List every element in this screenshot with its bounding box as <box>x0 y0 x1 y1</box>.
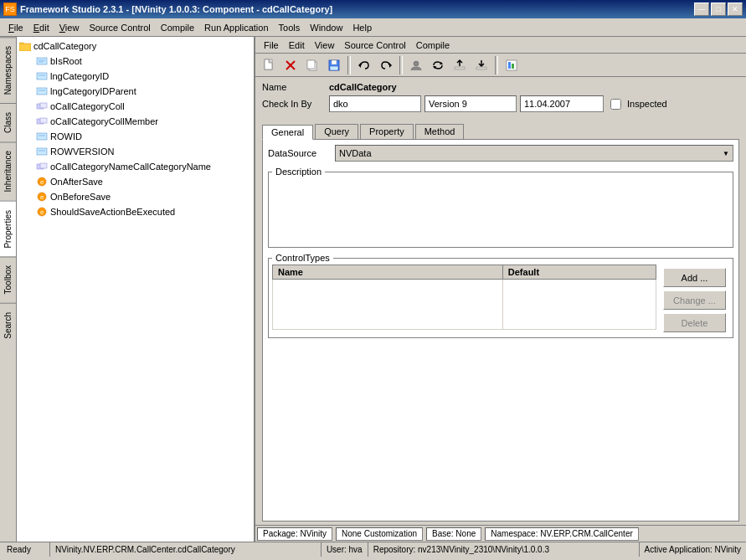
toolbar-upload-btn[interactable] <box>450 56 470 74</box>
tree-label: ROWID <box>50 131 82 141</box>
component-icon <box>35 100 49 113</box>
event-icon: e <box>35 205 49 218</box>
inner-menu-source-control[interactable]: Source Control <box>339 39 410 51</box>
tab-class[interactable]: Class <box>0 103 16 141</box>
tree-item-ocallcategorycoll[interactable]: oCallCategoryColl <box>18 99 252 114</box>
toolbar-download-btn[interactable] <box>471 56 491 74</box>
inner-menu-view[interactable]: View <box>310 39 340 51</box>
component-icon <box>35 160 49 173</box>
field-icon <box>35 54 49 68</box>
toolbar-new-btn[interactable] <box>259 56 279 74</box>
tree-item-lngcategoryid[interactable]: lngCategoryID <box>18 69 252 84</box>
table-row-empty <box>273 280 656 330</box>
menu-file[interactable]: File <box>3 21 28 34</box>
tab-toolbox[interactable]: Toolbox <box>0 256 16 302</box>
inner-menu-edit[interactable]: Edit <box>284 39 310 51</box>
tree-label: oCallCategoryCollMember <box>50 116 158 126</box>
title-bar: FS Framework Studio 2.3.1 - [NVinity 1.0… <box>0 0 746 18</box>
tree-item-onbeforesave[interactable]: e OnBeforeSave <box>18 189 252 204</box>
svg-rect-37 <box>455 67 465 69</box>
field-icon <box>35 85 49 98</box>
tab-properties[interactable]: Properties <box>0 201 16 257</box>
tree-item-lngcategoryidparent[interactable]: lngCategoryIDParent <box>18 84 252 99</box>
tab-query[interactable]: Query <box>315 124 358 139</box>
change-button[interactable]: Change ... <box>663 290 726 310</box>
toolbar-save-btn[interactable] <box>324 56 344 74</box>
right-pane: File Edit View Source Control Compile <box>255 37 746 542</box>
menu-source-control[interactable]: Source Control <box>84 21 155 34</box>
menu-tools[interactable]: Tools <box>274 21 306 34</box>
maximize-button[interactable]: □ <box>711 3 726 16</box>
inspected-label: Inspected <box>627 99 667 109</box>
tab-search[interactable]: Search <box>0 303 16 347</box>
delete-button[interactable]: Delete <box>663 313 726 332</box>
checkin-row: Check In By Inspected <box>262 95 739 112</box>
tab-method[interactable]: Method <box>415 124 465 139</box>
tree-label: lngCategoryIDParent <box>50 86 136 96</box>
menu-window[interactable]: Window <box>305 21 347 34</box>
version-input[interactable] <box>424 95 517 112</box>
toolbar-redo-btn[interactable] <box>376 56 396 74</box>
tree-item-onaftersave[interactable]: e OnAfterSave <box>18 174 252 189</box>
tab-property[interactable]: Property <box>360 124 414 139</box>
user-segment: User: hva <box>322 542 368 557</box>
toolbar <box>255 54 746 77</box>
inner-menu-bar: File Edit View Source Control Compile <box>255 37 746 54</box>
tree-item-ocallcategorycollmember[interactable]: oCallCategoryCollMember <box>18 114 252 129</box>
sidebar-tabs: Namespaces Class Inheritance Properties … <box>0 37 17 542</box>
title-text: Framework Studio 2.3.1 - [NVinity 1.0.0.… <box>20 4 332 14</box>
tree-label: oCallCategoryNameCallCategoryName <box>50 162 211 172</box>
tab-namespaces[interactable]: Namespaces <box>0 37 16 103</box>
svg-point-34 <box>414 61 419 66</box>
svg-text:e: e <box>40 193 44 201</box>
tree-panel: cdCallCategory bIsRoot lngCategoryID lng… <box>17 37 255 542</box>
datasource-select[interactable]: NVData ▼ <box>335 145 733 162</box>
tab-bar: General Query Property Method <box>262 124 739 139</box>
description-area[interactable] <box>272 178 729 245</box>
controltypes-legend: ControlTypes <box>272 253 333 263</box>
inspected-checkbox[interactable] <box>610 99 621 110</box>
svg-rect-6 <box>37 88 47 95</box>
svg-rect-30 <box>332 60 337 64</box>
tree-item-cdcallcategory[interactable]: cdCallCategory <box>18 39 252 54</box>
svg-marker-33 <box>389 63 392 68</box>
tab-general[interactable]: General <box>262 125 313 140</box>
svg-rect-4 <box>37 73 47 80</box>
menu-view[interactable]: View <box>54 21 85 34</box>
date-input[interactable] <box>520 95 604 112</box>
tree-item-rowid[interactable]: ROWID <box>18 129 252 144</box>
toolbar-report-btn[interactable] <box>502 56 522 74</box>
svg-rect-40 <box>508 62 511 69</box>
side-buttons: Add ... Change ... Delete <box>660 265 729 336</box>
toolbar-delete-btn[interactable] <box>280 56 301 74</box>
field-icon <box>35 130 49 143</box>
status-bar: Package: NVinity None Customization Base… <box>255 525 746 542</box>
menu-edit[interactable]: Edit <box>28 21 54 34</box>
toolbar-refresh-btn[interactable] <box>428 56 448 74</box>
inner-menu-compile[interactable]: Compile <box>411 39 455 51</box>
inner-menu-file[interactable]: File <box>259 39 284 51</box>
tree-item-rowversion[interactable]: ROWVERSION <box>18 144 252 159</box>
add-button[interactable]: Add ... <box>663 268 726 287</box>
toolbar-undo-btn[interactable] <box>354 56 374 74</box>
close-button[interactable]: ✕ <box>728 3 743 16</box>
menu-run-application[interactable]: Run Application <box>199 21 273 34</box>
toolbar-copy-btn[interactable] <box>302 56 322 74</box>
minimize-button[interactable]: — <box>694 3 709 16</box>
tree-item-shouldsaveactionbeexecuted[interactable]: e ShouldSaveActionBeExecuted <box>18 204 252 219</box>
menu-compile[interactable]: Compile <box>156 21 199 34</box>
tree-label: cdCallCategory <box>33 41 96 51</box>
component-segment: NVinity.NV.ERP.CRM.CallCenter.cdCallCate… <box>50 542 322 557</box>
menu-help[interactable]: Help <box>347 21 377 34</box>
toolbar-separator-3 <box>495 56 498 74</box>
checkin-input[interactable] <box>329 95 421 112</box>
tree-item-ocallcategorynamecallcategoryname[interactable]: oCallCategoryNameCallCategoryName <box>18 159 252 174</box>
toolbar-user-btn[interactable] <box>406 56 426 74</box>
svg-rect-14 <box>37 148 47 155</box>
tab-inheritance[interactable]: Inheritance <box>0 141 16 200</box>
active-app-segment: Active Application: NVinity <box>640 542 746 557</box>
tree-item-bisroot[interactable]: bIsRoot <box>18 54 252 69</box>
tree-label: OnBeforeSave <box>50 192 111 202</box>
svg-marker-32 <box>358 63 361 68</box>
checkin-label: Check In By <box>262 99 329 109</box>
